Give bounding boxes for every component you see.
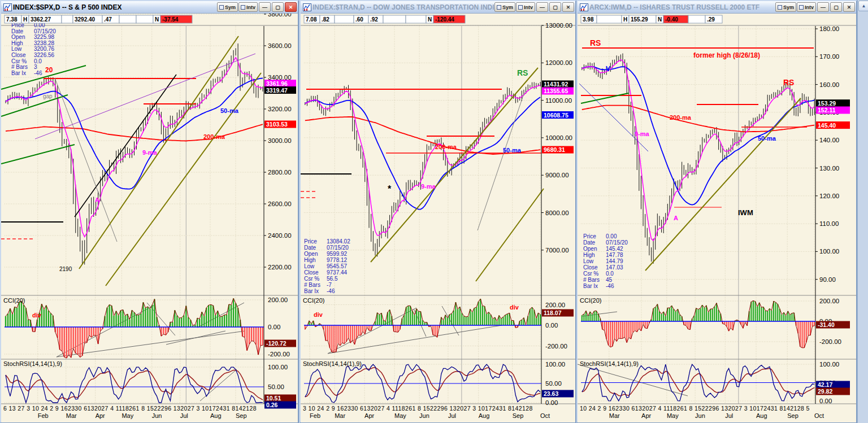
- sym-button[interactable]: Sym: [494, 2, 515, 12]
- svg-text:Oct: Oct: [814, 412, 824, 419]
- svg-text:-31.40: -31.40: [818, 321, 835, 328]
- close-button[interactable]: ✕: [285, 2, 297, 12]
- chart-content[interactable]: 180.00170.00160.00150.00140.00130.00120.…: [578, 14, 856, 422]
- svg-text:Csr %: Csr %: [583, 271, 598, 277]
- svg-text:StochRSI(14,14(1),9): StochRSI(14,14(1),9): [3, 360, 62, 367]
- svg-text:Feb: Feb: [38, 412, 49, 419]
- svg-text:A: A: [674, 215, 678, 221]
- svg-text:Feb: Feb: [310, 412, 320, 419]
- svg-text:Date: Date: [583, 239, 596, 246]
- svg-text:100.00: 100.00: [819, 361, 839, 368]
- svg-text:0.0: 0.0: [606, 271, 614, 277]
- svg-text:# Bars: # Bars: [304, 282, 320, 288]
- titlebar[interactable]: INDEX:$TRAN,D -- DOW JONES TRANSPORTATIO…: [301, 1, 575, 14]
- svg-text:145.40: 145.40: [818, 122, 836, 129]
- svg-text:3800.00: 3800.00: [268, 14, 292, 18]
- svg-text:200.00: 200.00: [268, 296, 288, 303]
- date-axis: 3 10 24 2 9 162330 6132027 4 1118261 8 1…: [303, 405, 550, 419]
- svg-text:200-ma: 200-ma: [435, 143, 457, 150]
- svg-text:140.00: 140.00: [819, 137, 839, 143]
- close-button[interactable]: ✕: [843, 2, 855, 12]
- svg-text:0.00: 0.00: [545, 399, 558, 406]
- maximize-button[interactable]: ▢: [272, 2, 284, 12]
- svg-text:Aug: Aug: [210, 412, 222, 419]
- minimize-button[interactable]: —: [536, 2, 548, 12]
- chart-svg: 13000.0012000.0011000.0010000.009000.008…: [301, 14, 575, 422]
- intv-button[interactable]: Intv: [238, 2, 258, 12]
- svg-text:152.11: 152.11: [818, 107, 836, 114]
- svg-text:3238.28: 3238.28: [34, 40, 55, 46]
- svg-text:Csr %: Csr %: [304, 276, 319, 282]
- chart-content[interactable]: 13000.0012000.0011000.0010000.009000.008…: [301, 14, 575, 422]
- svg-text:200-ma: 200-ma: [203, 133, 225, 140]
- svg-text:-200.00: -200.00: [819, 338, 841, 345]
- svg-text:Price: Price: [304, 238, 317, 245]
- desktop-scrollbar[interactable]: ▲: [857, 0, 868, 423]
- svg-text:Jun: Jun: [695, 412, 705, 419]
- svg-text:9599.92: 9599.92: [327, 251, 348, 257]
- svg-text:118.07: 118.07: [544, 309, 562, 316]
- chart-content[interactable]: 3800.003600.003400.003200.003000.002800.…: [1, 14, 298, 422]
- svg-text:May: May: [667, 412, 679, 419]
- svg-text:11431.92: 11431.92: [544, 81, 568, 88]
- minimize-button[interactable]: —: [817, 2, 829, 12]
- svg-text:H: H: [623, 16, 627, 23]
- svg-text:10.51: 10.51: [266, 395, 281, 402]
- svg-text:9778.12: 9778.12: [327, 257, 348, 263]
- svg-text:100.00: 100.00: [268, 364, 288, 370]
- svg-text:0.00: 0.00: [268, 324, 280, 330]
- svg-text:10608.75: 10608.75: [544, 112, 568, 119]
- svg-text:High: High: [583, 252, 595, 258]
- maximize-button[interactable]: ▢: [830, 2, 842, 12]
- svg-text:170.00: 170.00: [819, 53, 839, 60]
- svg-text:Open: Open: [11, 34, 25, 40]
- svg-text:Close: Close: [11, 52, 26, 58]
- svg-text:-46: -46: [606, 283, 614, 289]
- svg-text:56.5: 56.5: [327, 276, 338, 282]
- svg-text:Price: Price: [583, 233, 596, 239]
- svg-text:20: 20: [45, 66, 53, 74]
- svg-text:Mar: Mar: [335, 412, 345, 419]
- svg-text:div: div: [32, 312, 42, 319]
- svg-text:Sep: Sep: [787, 412, 798, 419]
- close-button[interactable]: ✕: [562, 2, 574, 12]
- svg-text:07/15/20: 07/15/20: [34, 28, 56, 34]
- scroll-up-icon[interactable]: ▲: [858, 1, 868, 11]
- chart-icon: [580, 3, 588, 11]
- info-bar: 7.38H3362.273292.40.47N-37.54: [5, 15, 192, 23]
- svg-text:Csr %: Csr %: [11, 58, 27, 64]
- svg-text:former high (8/26/18): former high (8/26/18): [693, 51, 760, 59]
- svg-text:3292.40: 3292.40: [75, 16, 96, 23]
- svg-text:-200.00: -200.00: [545, 343, 567, 350]
- info-bar: 7.08.82.60.92N-120.44: [304, 15, 465, 23]
- svg-text:9-ma: 9-ma: [635, 130, 650, 137]
- intv-button[interactable]: Intv: [797, 2, 816, 12]
- svg-text:RS: RS: [590, 38, 601, 47]
- svg-text:130.00: 130.00: [819, 165, 839, 172]
- svg-text:45: 45: [606, 277, 613, 283]
- svg-text:# Bars: # Bars: [11, 64, 28, 70]
- svg-text:V: V: [606, 65, 610, 73]
- minimize-button[interactable]: —: [259, 2, 271, 12]
- date-axis: 10 24 2 9 162330 6132027 4 1118261 8 152…: [580, 405, 824, 419]
- intv-button[interactable]: Intv: [516, 2, 535, 12]
- svg-text:Sep: Sep: [236, 412, 247, 419]
- svg-text:-120.44: -120.44: [435, 16, 454, 23]
- maximize-button[interactable]: ▢: [549, 2, 561, 12]
- svg-text:9545.57: 9545.57: [327, 263, 348, 269]
- svg-text:-200.00: -200.00: [268, 351, 290, 357]
- sym-button[interactable]: Sym: [217, 2, 238, 12]
- svg-text:May: May: [394, 412, 406, 419]
- svg-text:Oct: Oct: [540, 412, 550, 419]
- svg-text:Apr: Apr: [364, 412, 374, 419]
- titlebar[interactable]: ARCX:IWM,D -- ISHARES TRUST RUSSELL 2000…: [578, 1, 856, 14]
- titlebar[interactable]: INDEX:$SPX,D -- S & P 500 INDEX Sym Intv…: [1, 1, 298, 14]
- svg-text:Jun: Jun: [419, 412, 429, 419]
- svg-text:100.00: 100.00: [545, 361, 565, 368]
- svg-text:Apr: Apr: [641, 412, 651, 419]
- svg-text:110.00: 110.00: [819, 220, 839, 227]
- svg-text:0.00: 0.00: [545, 322, 558, 329]
- svg-text:50-ma: 50-ma: [503, 147, 522, 154]
- sym-button[interactable]: Sym: [775, 2, 796, 12]
- window-title: INDEX:$TRAN,D -- DOW JONES TRANSPORTATIO…: [313, 3, 494, 11]
